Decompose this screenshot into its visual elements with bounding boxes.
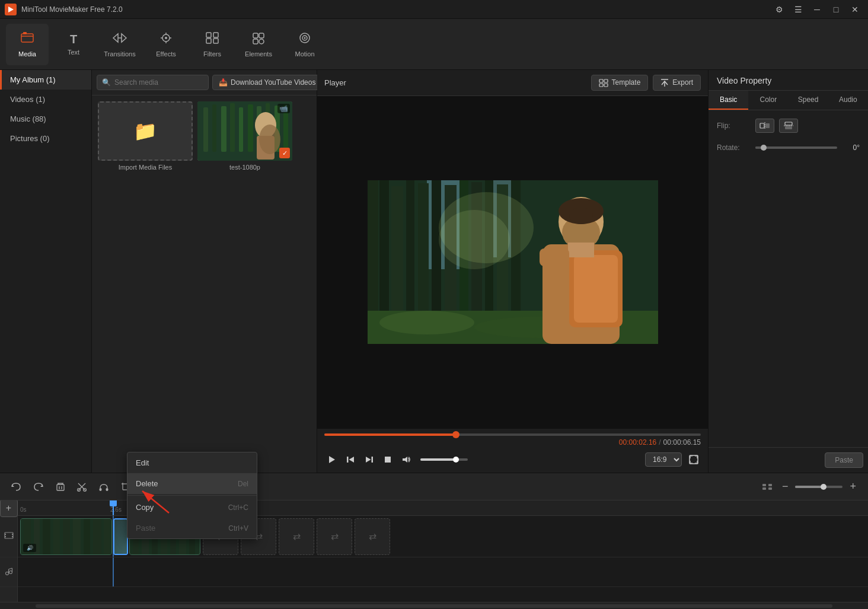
split-tracks-button[interactable]	[760, 480, 775, 494]
minimize-button[interactable]: ─	[809, 4, 825, 15]
fullscreen-button[interactable]	[687, 452, 701, 467]
svg-rect-17	[213, 39, 218, 43]
toolbar-text[interactable]: T Text	[52, 24, 95, 65]
clip-thumb-selected	[114, 519, 127, 554]
import-thumb[interactable]: 📁	[98, 101, 193, 161]
rotate-label: Rotate:	[717, 144, 749, 152]
close-button[interactable]: ✕	[847, 4, 863, 15]
svg-rect-41	[599, 84, 603, 87]
volume-button[interactable]	[399, 452, 413, 467]
video-track-icon	[0, 516, 17, 557]
transition-slot-4[interactable]: ⇄	[317, 518, 352, 555]
svg-rect-101	[100, 488, 102, 491]
svg-marker-5	[113, 34, 118, 42]
import-media-item[interactable]: 📁 Import Media Files	[98, 101, 193, 171]
volume-handle[interactable]	[453, 457, 459, 463]
svg-point-118	[9, 571, 12, 574]
tab-speed[interactable]: Speed	[789, 91, 828, 110]
ruler-2-6s: 2.6s	[110, 506, 122, 513]
motion-icon	[298, 31, 312, 48]
search-box[interactable]: 🔍	[97, 75, 209, 90]
toolbar-filters[interactable]: Filters	[191, 24, 234, 65]
settings-icon[interactable]: ⚙	[771, 4, 787, 15]
delete-timeline-button[interactable]	[53, 480, 68, 494]
transition-slot-3[interactable]: ⇄	[279, 518, 314, 555]
toolbar-motion[interactable]: Motion	[283, 24, 326, 65]
media-icon	[20, 31, 34, 48]
sidebar-item-music[interactable]: Music (88)	[0, 109, 91, 129]
scrollbar-track[interactable]	[36, 604, 832, 608]
tab-color[interactable]: Color	[748, 91, 788, 110]
svg-rect-26	[203, 107, 208, 152]
maximize-button[interactable]: □	[828, 4, 844, 15]
redo-button[interactable]	[31, 480, 46, 494]
svg-rect-28	[221, 106, 226, 152]
time-current: 00:00:02.16	[619, 438, 656, 447]
video-clip-1[interactable]: 🔊	[20, 518, 112, 555]
elements-icon	[251, 31, 266, 48]
toolbar-elements[interactable]: Elements	[237, 24, 280, 65]
svg-rect-70	[574, 255, 618, 323]
play-button[interactable]	[324, 452, 339, 467]
volume-slider[interactable]	[420, 458, 468, 461]
toolbar-transitions[interactable]: Transitions	[98, 24, 141, 65]
sidebar-item-my-album[interactable]: My Album (1)	[0, 70, 91, 90]
zoom-slider[interactable]	[795, 486, 843, 488]
next-frame-button[interactable]	[362, 452, 376, 467]
video-label: test-1080p	[229, 164, 260, 171]
track-icons	[0, 516, 17, 602]
tab-audio[interactable]: Audio	[828, 91, 868, 110]
progress-handle[interactable]	[452, 431, 459, 438]
filters-icon	[205, 31, 219, 48]
context-copy[interactable]: Copy Ctrl+C	[127, 497, 257, 518]
media-library: My Album (1) Videos (1) Music (88) Pictu…	[0, 70, 91, 473]
menu-icon[interactable]: ☰	[790, 4, 806, 15]
elements-label: Elements	[245, 50, 272, 58]
download-youtube-button[interactable]: 📥 Download YouTube Videos	[212, 75, 322, 90]
transition-slot-5[interactable]: ⇄	[355, 518, 390, 555]
paste-button[interactable]: Paste	[825, 452, 863, 468]
titlebar: MiniTool MovieMaker Free 7.2.0 ⚙ ☰ ─ □ ✕	[0, 0, 868, 19]
context-edit[interactable]: Edit	[127, 452, 257, 473]
flip-horizontal-button[interactable]	[755, 119, 774, 133]
video-media-item[interactable]: 📹 ✓ test-1080p	[197, 101, 292, 171]
prev-frame-button[interactable]	[343, 452, 358, 467]
video-display	[317, 96, 708, 429]
svg-point-62	[439, 210, 510, 269]
undo-button[interactable]	[8, 480, 24, 494]
search-input[interactable]	[114, 78, 203, 87]
stop-button[interactable]	[381, 453, 394, 466]
video-clip-selected[interactable]	[113, 518, 128, 555]
rotate-slider[interactable]	[755, 146, 837, 149]
tab-basic[interactable]: Basic	[709, 91, 748, 110]
cut-button[interactable]	[75, 480, 89, 494]
zoom-handle[interactable]	[821, 484, 826, 490]
video-thumb[interactable]: 📹 ✓	[197, 101, 292, 161]
player-actions: Template Export	[591, 75, 701, 91]
zoom-out-button[interactable]: −	[778, 479, 792, 494]
rotate-handle[interactable]	[761, 145, 767, 151]
sidebar-item-pictures[interactable]: Pictures (0)	[0, 129, 91, 148]
right-panel: Video Property Basic Color Speed Audio F…	[708, 70, 868, 473]
headphone-button[interactable]	[96, 480, 111, 494]
export-button[interactable]: Export	[653, 75, 701, 91]
progress-bar[interactable]	[324, 433, 701, 436]
context-delete[interactable]: Delete Del	[127, 473, 257, 494]
template-button[interactable]: Template	[591, 75, 649, 91]
svg-rect-29	[230, 103, 235, 152]
toolbar-effects[interactable]: Effects	[145, 24, 187, 65]
svg-marker-6	[122, 34, 126, 42]
aspect-ratio-select[interactable]: 16:9	[645, 452, 682, 467]
sidebar-item-videos[interactable]: Videos (1)	[0, 90, 91, 109]
flip-vertical-button[interactable]	[779, 119, 798, 133]
right-panel-header: Video Property	[709, 70, 868, 91]
add-track-button[interactable]: +	[0, 500, 18, 517]
zoom-in-button[interactable]: +	[846, 479, 860, 494]
toolbar-media[interactable]: Media	[6, 24, 49, 65]
svg-rect-82	[690, 455, 698, 464]
svg-rect-19	[259, 33, 264, 38]
timeline-cursor[interactable]	[113, 500, 114, 515]
svg-rect-40	[604, 79, 608, 82]
search-icon: 🔍	[102, 78, 111, 87]
svg-rect-126	[53, 519, 60, 555]
